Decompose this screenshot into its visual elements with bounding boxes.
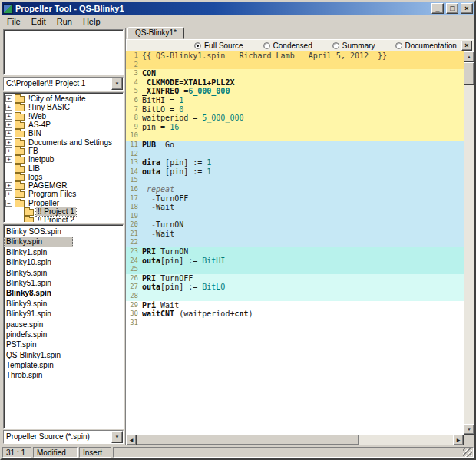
- tree-item[interactable]: +BIN: [4, 129, 123, 137]
- expand-icon[interactable]: +: [5, 113, 12, 120]
- file-item[interactable]: Template.spin: [4, 360, 123, 370]
- code-line-1[interactable]: 1{{ QS-Blinky1.spin Richard Lamb April 5…: [126, 51, 464, 61]
- code-line-30[interactable]: 30waitCNT (waitperiod+cnt): [126, 309, 464, 319]
- tree-item[interactable]: +Inetpub: [4, 155, 123, 164]
- file-item[interactable]: Blinky5.spin: [4, 268, 123, 278]
- code-line-9[interactable]: 9pin = 16: [126, 123, 464, 132]
- collapse-icon[interactable]: −: [5, 200, 12, 207]
- code-line-22[interactable]: 22: [126, 238, 464, 247]
- expand-icon[interactable]: +: [5, 190, 12, 197]
- horizontal-scrollbar[interactable]: ◀ ▶: [126, 435, 474, 445]
- code-line-10[interactable]: 10: [126, 131, 464, 141]
- tree-item[interactable]: LIB: [4, 164, 123, 172]
- close-button[interactable]: ×: [461, 3, 473, 14]
- code-line-8[interactable]: 8waitperiod = 5_000_000: [126, 114, 464, 123]
- menu-item-edit[interactable]: Edit: [26, 16, 51, 27]
- code-line-13[interactable]: 13dira [pin] := 1: [126, 158, 464, 167]
- code-line-11[interactable]: 11PUB Go: [126, 141, 464, 150]
- folder-path-combo[interactable]: C:\Propeller\!! Project 1 ▼: [3, 77, 124, 91]
- file-item[interactable]: pause.spin: [4, 319, 123, 329]
- tree-item[interactable]: +!Tiny BASIC: [4, 103, 123, 111]
- minimize-button[interactable]: _: [431, 3, 444, 14]
- code-line-21[interactable]: 21 -Wait: [126, 230, 464, 239]
- code-line-5[interactable]: 5_XINFREQ =6_000_000: [126, 87, 464, 96]
- tab-qs-blinky1[interactable]: QS-Blinky1*: [127, 27, 184, 39]
- view-mode-summary[interactable]: Summary: [332, 41, 375, 50]
- expand-icon[interactable]: +: [5, 139, 12, 146]
- tree-item[interactable]: +FB: [4, 147, 123, 155]
- code-editor[interactable]: 1{{ QS-Blinky1.spin Richard Lamb April 5…: [126, 51, 464, 435]
- code-line-20[interactable]: 20 -TurnON: [126, 220, 464, 230]
- tree-item[interactable]: +AS-4P: [4, 121, 123, 129]
- expand-icon[interactable]: +: [5, 95, 12, 102]
- horizontal-scroll-track[interactable]: [137, 435, 453, 445]
- resize-grip[interactable]: [463, 448, 472, 457]
- expand-icon[interactable]: +: [5, 130, 12, 137]
- code-line-4[interactable]: 4_CLKMODE=XTAL1+PLL2X: [126, 78, 464, 88]
- code-line-3[interactable]: 3CON: [126, 69, 464, 78]
- expand-icon[interactable]: +: [5, 182, 12, 189]
- folder-tree[interactable]: +!City of Mesquite+!Tiny BASIC+!Web+AS-4…: [3, 92, 124, 223]
- code-line-12[interactable]: 12: [126, 150, 464, 159]
- vertical-scroll-thumb[interactable]: [464, 62, 474, 85]
- tree-item[interactable]: logs: [4, 173, 123, 181]
- code-line-25[interactable]: 25: [126, 265, 464, 274]
- tree-item[interactable]: +Program Files: [4, 190, 123, 198]
- code-line-26[interactable]: 26PRI TurnOFF: [126, 274, 464, 283]
- code-line-14[interactable]: 14outa [pin] := 1: [126, 167, 464, 177]
- file-item[interactable]: Blinky51.spin: [4, 278, 123, 288]
- code-line-2[interactable]: 2: [126, 61, 464, 70]
- code-line-23[interactable]: 23PRI TurnON: [126, 247, 464, 256]
- vertical-scrollbar[interactable]: ▲ ▼: [464, 51, 474, 435]
- file-item[interactable]: Blinky91.spin: [4, 309, 123, 319]
- file-item[interactable]: Blinky1.spin: [4, 247, 123, 257]
- view-mode-condensed[interactable]: Condensed: [263, 41, 312, 50]
- folder-history-list[interactable]: [3, 29, 124, 75]
- tree-item[interactable]: +!City of Mesquite: [4, 94, 123, 103]
- tree-item[interactable]: !! Project 1: [4, 207, 123, 216]
- view-mode-documentation[interactable]: Documentation: [395, 41, 457, 50]
- expand-icon[interactable]: +: [5, 147, 12, 154]
- scroll-left-icon[interactable]: ◀: [126, 435, 137, 445]
- chevron-down-icon[interactable]: ▼: [111, 431, 123, 443]
- horizontal-scroll-thumb[interactable]: [137, 435, 359, 445]
- file-item[interactable]: Blinky10.spin: [4, 257, 123, 267]
- code-line-28[interactable]: 28: [126, 292, 464, 301]
- code-line-17[interactable]: 17 -TurnOFF: [126, 194, 464, 204]
- chevron-down-icon[interactable]: ▼: [111, 78, 123, 90]
- code-line-16[interactable]: 16 repeat: [126, 185, 464, 194]
- file-item[interactable]: pindefs.spin: [4, 329, 123, 339]
- code-line-18[interactable]: 18 -Wait: [126, 203, 464, 212]
- expand-icon[interactable]: +: [5, 104, 12, 111]
- expand-icon[interactable]: +: [5, 121, 12, 128]
- file-item[interactable]: PST.spin: [4, 339, 123, 349]
- file-item[interactable]: Blinky8.spin: [4, 288, 123, 298]
- vertical-scroll-track[interactable]: [464, 62, 474, 424]
- tree-item[interactable]: !! Project 2: [4, 216, 123, 223]
- maximize-button[interactable]: □: [446, 3, 458, 14]
- scroll-right-icon[interactable]: ▶: [453, 435, 464, 445]
- scroll-down-icon[interactable]: ▼: [464, 424, 474, 435]
- code-line-15[interactable]: 15: [126, 176, 464, 185]
- tree-item[interactable]: +Documents and Settings: [4, 137, 123, 146]
- file-item[interactable]: QS-Blinky1.spin: [4, 350, 123, 360]
- code-line-29[interactable]: 29Pri Wait: [126, 301, 464, 310]
- file-list[interactable]: Blinky SOS.spinBlinky.spinBlinky1.spinBl…: [3, 224, 124, 429]
- menu-item-help[interactable]: Help: [78, 16, 106, 27]
- tree-item[interactable]: −Propeller: [4, 199, 123, 207]
- file-item[interactable]: Blinky9.spin: [4, 299, 123, 309]
- menu-item-file[interactable]: File: [2, 16, 26, 27]
- code-line-27[interactable]: 27outa[pin] := BitLO: [126, 283, 464, 292]
- code-line-19[interactable]: 19: [126, 212, 464, 221]
- menu-item-run[interactable]: Run: [51, 16, 78, 27]
- file-item[interactable]: Blinky.spin: [4, 237, 73, 247]
- file-filter-combo[interactable]: Propeller Source (*.spin) ▼: [3, 430, 124, 444]
- close-tab-icon[interactable]: ×: [461, 41, 472, 51]
- file-item[interactable]: Throb.spin: [4, 370, 123, 380]
- file-item[interactable]: Blinky SOS.spin: [4, 227, 123, 237]
- tree-item[interactable]: +!Web: [4, 112, 123, 121]
- scroll-up-icon[interactable]: ▲: [464, 51, 474, 62]
- expand-icon[interactable]: +: [5, 156, 12, 163]
- code-line-7[interactable]: 7BitLO = 0: [126, 105, 464, 114]
- code-line-6[interactable]: 6BitHI = 1: [126, 96, 464, 105]
